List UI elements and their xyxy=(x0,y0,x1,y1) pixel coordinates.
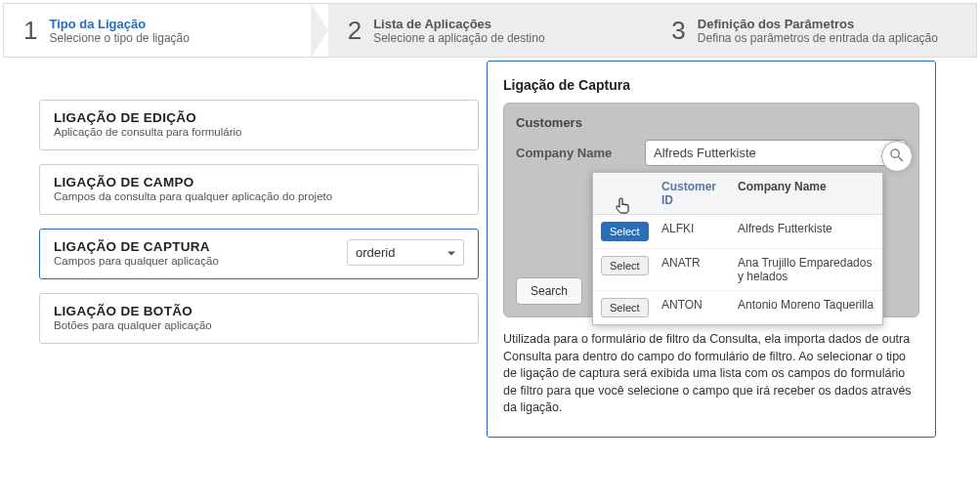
link-type-list: LIGAÇÃO DE EDIÇÃO Aplicação de consulta … xyxy=(39,100,479,344)
preview-heading: Customers xyxy=(516,115,907,130)
link-type-sub: Campos da consulta para qualquer aplicaç… xyxy=(54,190,332,202)
cell-name: Antonio Moreno Taquerilla xyxy=(730,291,882,324)
link-type-sub: Aplicação de consulta para formulário xyxy=(54,126,241,138)
link-type-title: LIGAÇÃO DE CAPTURA xyxy=(54,239,219,254)
lookup-button[interactable] xyxy=(881,141,913,172)
step-params[interactable]: 3 Definição dos Parâmetros Defina os par… xyxy=(652,4,976,57)
step-type[interactable]: 1 Tipo da Ligação Selecione o tipo de li… xyxy=(4,4,328,57)
cell-id: ANATR xyxy=(654,249,730,290)
preview-title: Ligação de Captura xyxy=(503,77,919,93)
cell-id: ALFKI xyxy=(654,215,730,248)
step-apps[interactable]: 2 Lista de Aplicações Selecione a aplica… xyxy=(328,4,653,57)
link-type-sub: Botões para qualquer aplicação xyxy=(54,319,212,331)
cell-id: ANTON xyxy=(654,291,730,324)
step-title: Lista de Aplicações xyxy=(373,17,544,31)
step-number: 2 xyxy=(348,16,362,46)
link-type-edit[interactable]: LIGAÇÃO DE EDIÇÃO Aplicação de consulta … xyxy=(39,100,479,150)
step-sub: Selecione a aplicação de destino xyxy=(373,31,544,45)
preview-panel: Ligação de Captura Customers Company Nam… xyxy=(487,61,936,438)
company-name-input[interactable]: Alfreds Futterkiste xyxy=(645,140,907,166)
link-type-title: LIGAÇÃO DE EDIÇÃO xyxy=(54,110,241,125)
link-type-title: LIGAÇÃO DE BOTÃO xyxy=(54,304,212,318)
step-sub: Defina os parâmetros de entrada da aplic… xyxy=(698,31,938,45)
popup-header: Customer ID Company Name xyxy=(593,173,882,215)
link-type-button[interactable]: LIGAÇÃO DE BOTÃO Botões para qualquer ap… xyxy=(39,293,479,344)
step-number: 3 xyxy=(671,16,685,46)
popup-row: Select ALFKI Alfreds Futterkiste xyxy=(593,215,882,249)
link-type-title: LIGAÇÃO DE CAMPO xyxy=(54,175,332,189)
col-select xyxy=(593,173,654,214)
step-number: 1 xyxy=(23,16,37,46)
preview-description: Utilizada para o formulário de filtro da… xyxy=(503,331,919,417)
col-name: Company Name xyxy=(730,173,882,214)
company-name-field: Company Name Alfreds Futterkiste xyxy=(516,140,907,166)
select-row-button[interactable]: Select xyxy=(601,256,649,275)
cell-name: Ana Trujillo Emparedados y helados xyxy=(730,249,882,290)
link-type-field[interactable]: LIGAÇÃO DE CAMPO Campos da consulta para… xyxy=(39,164,479,215)
capture-field-select[interactable]: orderid xyxy=(347,239,464,266)
step-title: Tipo da Ligação xyxy=(49,17,189,31)
popup-row: Select ANATR Ana Trujillo Emparedados y … xyxy=(593,249,882,291)
select-row-button[interactable]: Select xyxy=(601,222,649,241)
cell-name: Alfreds Futterkiste xyxy=(730,215,882,248)
search-icon xyxy=(888,147,906,167)
field-label: Company Name xyxy=(516,146,633,160)
wizard-steps: 1 Tipo da Ligação Selecione o tipo de li… xyxy=(3,3,977,58)
col-id: Customer ID xyxy=(654,173,730,214)
link-type-capture[interactable]: LIGAÇÃO DE CAPTURA Campos para qualquer … xyxy=(39,229,479,279)
preview-mockup: Customers Company Name Alfreds Futterkis… xyxy=(503,103,919,317)
step-title: Definição dos Parâmetros xyxy=(698,17,938,31)
lookup-popup: Customer ID Company Name Select ALFKI Al… xyxy=(592,172,883,325)
search-button[interactable]: Search xyxy=(516,277,582,305)
select-row-button[interactable]: Select xyxy=(601,298,649,317)
step-sub: Selecione o tipo de ligação xyxy=(49,31,189,45)
link-type-sub: Campos para qualquer aplicação xyxy=(54,255,219,267)
popup-row: Select ANTON Antonio Moreno Taquerilla xyxy=(593,291,882,324)
